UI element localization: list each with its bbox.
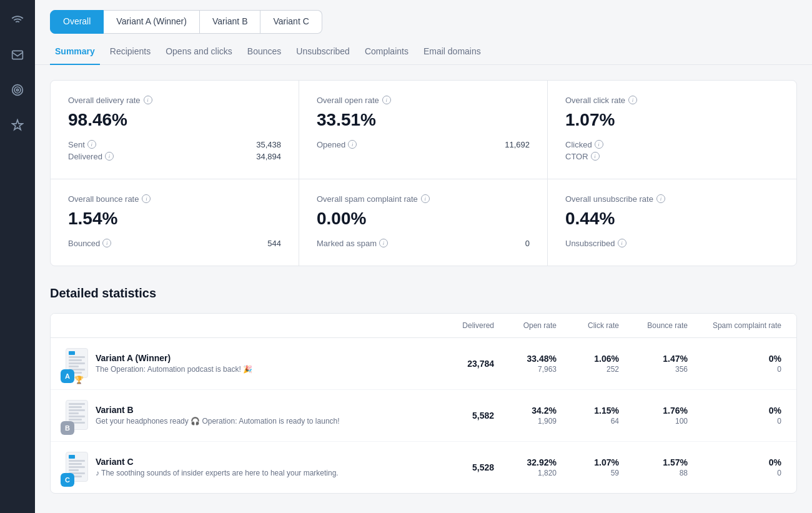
variant-a-badge: A — [61, 369, 74, 383]
main-content: Overall Variant A (Winner) Variant B Var… — [35, 0, 812, 513]
variant-c-name: Variant C — [96, 457, 339, 467]
open-info-icon[interactable]: i — [382, 96, 391, 104]
wifi-icon[interactable] — [7, 10, 27, 30]
delivered-info-icon[interactable]: i — [105, 152, 114, 161]
delivery-rate-cell: Overall delivery rate i 98.46% Sent i 35… — [51, 81, 299, 179]
col-delivered: Delivered — [419, 321, 494, 330]
col-spam-rate: Spam complaint rate — [688, 321, 781, 330]
variant-c-name-block: Variant C ♪ The soothing sounds of insid… — [96, 457, 339, 477]
unsubscribe-rate-value: 0.44% — [565, 209, 779, 229]
variant-a-bounce-rate: 1.47% 356 — [619, 354, 688, 374]
subtab-opens-clicks[interactable]: Opens and clicks — [161, 39, 237, 65]
svg-point-3 — [16, 89, 18, 91]
click-rate-value: 1.07% — [565, 110, 779, 130]
subtab-email-domains[interactable]: Email domains — [418, 39, 486, 65]
click-rate-label: Overall click rate i — [565, 96, 779, 105]
variant-a-name-block: Variant A (Winner) The Operation: Automa… — [96, 353, 252, 374]
open-rate-cell: Overall open rate i 33.51% Opened i 11,6… — [299, 81, 548, 179]
variant-b-spam-rate: 0% 0 — [688, 406, 781, 426]
variant-b-badge: B — [61, 421, 74, 435]
variant-b-name-block: Variant B Get your headphones ready 🎧 Op… — [96, 405, 340, 426]
variant-c-info: C Variant C ♪ The soothing sounds of ins… — [66, 452, 419, 483]
stats-card: Overall delivery rate i 98.46% Sent i 35… — [50, 80, 797, 266]
opened-detail: Opened i 11,692 — [317, 140, 530, 149]
sidebar — [0, 0, 35, 513]
detailed-stats-title: Detailed statistics — [50, 286, 797, 301]
spam-info-icon[interactable]: i — [421, 194, 430, 203]
delivery-rate-value: 98.46% — [68, 110, 281, 130]
variant-b-subject: Get your headphones ready 🎧 Operation: A… — [96, 417, 340, 426]
col-open-rate: Open rate — [494, 321, 557, 330]
variant-a-spam-rate: 0% 0 — [688, 354, 781, 374]
unsubscribed-detail: Unsubscribed i — [565, 239, 779, 248]
tab-overall[interactable]: Overall — [50, 10, 104, 34]
variant-c-badge: C — [61, 473, 74, 487]
open-rate-label: Overall open rate i — [317, 96, 530, 105]
subtab-unsubscribed[interactable]: Unsubscribed — [291, 39, 355, 65]
detail-table: Delivered Open rate Click rate Bounce ra… — [50, 313, 797, 494]
bounce-rate-cell: Overall bounce rate i 1.54% Bounced i 54… — [51, 179, 299, 266]
table-row: A 🏆 Variant A (Winner) The Operation: Au… — [51, 338, 796, 390]
spam-rate-cell: Overall spam complaint rate i 0.00% Mark… — [299, 179, 548, 266]
unsubscribe-rate-cell: Overall unsubscribe rate i 0.44% Unsubsc… — [548, 179, 796, 266]
variant-b-name: Variant B — [96, 405, 340, 415]
sparkle-icon[interactable] — [7, 115, 27, 135]
ctor-info-icon[interactable]: i — [591, 152, 600, 161]
variant-c-bounce-rate: 1.57% 88 — [619, 457, 688, 477]
unsubscribe-rate-label: Overall unsubscribe rate i — [565, 194, 779, 204]
tab-variant-c[interactable]: Variant C — [260, 10, 322, 34]
table-row: B Variant B Get your headphones ready 🎧 … — [51, 390, 796, 442]
variant-a-open-rate: 33.48% 7,963 — [494, 354, 557, 374]
clicked-info-icon[interactable]: i — [595, 140, 603, 149]
content-area: Overall delivery rate i 98.46% Sent i 35… — [35, 65, 812, 509]
sub-tabs: Summary Recipients Opens and clicks Boun… — [35, 39, 812, 65]
subtab-bounces[interactable]: Bounces — [242, 39, 286, 65]
subtab-complaints[interactable]: Complaints — [360, 39, 413, 65]
winner-trophy-icon: 🏆 — [74, 376, 84, 384]
delivery-rate-label: Overall delivery rate i — [68, 96, 281, 105]
tab-variant-b[interactable]: Variant B — [200, 10, 261, 34]
bounce-info-icon[interactable]: i — [142, 194, 151, 203]
ctor-detail: CTOR i — [565, 152, 779, 161]
bounce-rate-label: Overall bounce rate i — [68, 194, 281, 204]
svg-point-2 — [14, 87, 21, 93]
variant-c-open-rate: 32.92% 1,820 — [494, 457, 557, 477]
sent-info-icon[interactable]: i — [87, 140, 96, 149]
tab-variant-a[interactable]: Variant A (Winner) — [104, 10, 200, 34]
target-icon[interactable] — [7, 80, 27, 100]
spam-rate-value: 0.00% — [317, 209, 530, 229]
detailed-stats-section: Detailed statistics Delivered Open rate … — [50, 286, 797, 494]
variant-b-open-rate: 34.2% 1,909 — [494, 406, 557, 426]
variant-c-subject: ♪ The soothing sounds of insider experts… — [96, 469, 339, 477]
spam-detail: Marked as spam i 0 — [317, 239, 530, 248]
opened-info-icon[interactable]: i — [348, 140, 357, 149]
mail-icon[interactable] — [7, 45, 27, 65]
bounced-info-icon[interactable]: i — [102, 239, 111, 247]
variant-b-bounce-rate: 1.76% 100 — [619, 406, 688, 426]
col-variant — [66, 321, 419, 330]
variant-c-click-rate: 1.07% 59 — [557, 457, 619, 477]
variant-b-click-rate: 1.15% 64 — [557, 406, 619, 426]
spam-marked-info-icon[interactable]: i — [379, 239, 388, 247]
subtab-summary[interactable]: Summary — [50, 39, 100, 65]
col-click-rate: Click rate — [557, 321, 619, 330]
table-row: C Variant C ♪ The soothing sounds of ins… — [51, 442, 796, 493]
subtab-recipients[interactable]: Recipients — [105, 39, 156, 65]
variant-b-info: B Variant B Get your headphones ready 🎧 … — [66, 400, 419, 431]
spam-rate-label: Overall spam complaint rate i — [317, 194, 530, 204]
click-rate-cell: Overall click rate i 1.07% Clicked i CTO… — [548, 81, 796, 179]
open-rate-value: 33.51% — [317, 110, 530, 130]
unsubscribed-info-icon[interactable]: i — [618, 239, 626, 247]
unsubscribe-info-icon[interactable]: i — [656, 194, 665, 203]
col-bounce-rate: Bounce rate — [619, 321, 688, 330]
delivered-detail: Delivered i 34,894 — [68, 152, 281, 161]
clicked-detail: Clicked i — [565, 140, 779, 149]
click-info-icon[interactable]: i — [628, 96, 637, 104]
variant-tabs: Overall Variant A (Winner) Variant B Var… — [35, 0, 812, 34]
variant-c-delivered: 5,528 — [419, 462, 494, 472]
variant-a-click-rate: 1.06% 252 — [557, 354, 619, 374]
svg-rect-0 — [12, 51, 23, 59]
delivery-info-icon[interactable]: i — [144, 96, 152, 104]
bounced-detail: Bounced i 544 — [68, 239, 281, 248]
variant-a-info: A 🏆 Variant A (Winner) The Operation: Au… — [66, 348, 419, 379]
